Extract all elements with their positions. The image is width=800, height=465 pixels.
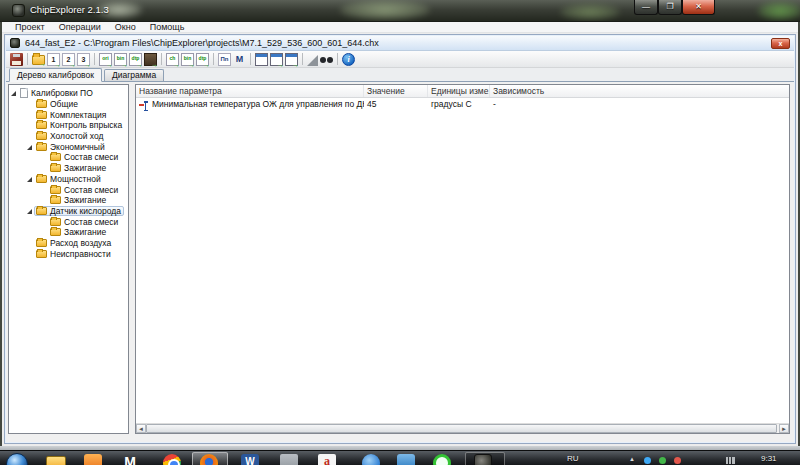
tree-row-core: Контроль впрыска [34, 120, 125, 131]
caption-buttons: — ❐ ✕ [634, 0, 715, 15]
tree-item-idle[interactable]: Холостой ход [9, 131, 128, 142]
search-button[interactable] [320, 53, 333, 66]
tree-item-oxygen-sensor[interactable]: Датчик кислорода [9, 206, 128, 217]
tree-item-air-flow[interactable]: Расход воздуха [9, 238, 128, 249]
tree-item-label: Контроль впрыска [50, 120, 122, 130]
menu-window[interactable]: Окно [108, 22, 143, 33]
window-export-button[interactable]: → [285, 53, 298, 66]
expander-spacer [27, 122, 33, 128]
import-dtp-button[interactable]: dtp→ [129, 53, 142, 66]
tree-item-economy-ignition[interactable]: Зажигание [9, 163, 128, 174]
taskbar-acrobat-icon[interactable]: a [318, 454, 336, 465]
compare-button[interactable]: Пn [218, 53, 231, 66]
scrollbar-thumb[interactable] [146, 424, 777, 433]
import-bin-button[interactable]: bin→ [114, 53, 127, 66]
folder-icon [36, 111, 47, 119]
document-close-button[interactable]: x [771, 38, 790, 49]
tree-item-oxygen-ignition[interactable]: Зажигание [9, 227, 128, 238]
taskbar-word-icon[interactable]: W [241, 454, 259, 465]
load-slot-2-button[interactable]: 2→ [62, 53, 75, 66]
taskbar-app-orange-icon[interactable] [84, 454, 102, 465]
tree-item-label: Датчик кислорода [50, 206, 121, 216]
tree-item-economy[interactable]: Экономичный [9, 141, 128, 152]
tray-network-icon[interactable] [726, 457, 735, 464]
diagram-button[interactable] [307, 55, 318, 66]
menu-project[interactable]: Проект [8, 22, 52, 33]
save-button[interactable] [10, 53, 23, 66]
expander-spacer [27, 101, 33, 107]
table-row[interactable]: Минимальная температура ОЖ для управлени… [136, 98, 789, 111]
document-title-bar[interactable]: 644_fast_E2 - C:\Program Files\ChipExplo… [6, 36, 794, 51]
export-dtp-button[interactable]: dtp→ [196, 53, 209, 66]
scroll-left-button[interactable]: ◄ [136, 424, 146, 433]
maximize-button[interactable]: ❐ [658, 0, 682, 15]
tree-item-label: Состав смеси [64, 152, 118, 162]
close-button[interactable]: ✕ [682, 0, 715, 15]
calibration-tree-panel: Калибровки ПООбщиеКомплектацияКонтроль в… [8, 84, 129, 434]
tree-item-oxygen-mixture[interactable]: Состав смеси [9, 216, 128, 227]
expander-icon[interactable] [27, 144, 33, 150]
taskbar-chipexplorer-icon[interactable] [474, 454, 492, 465]
tree-item-economy-mixture[interactable]: Состав смеси [9, 152, 128, 163]
tray-clock[interactable]: 9:31 [761, 454, 777, 463]
menu-operations[interactable]: Операции [52, 22, 108, 33]
horizontal-scrollbar[interactable]: ◄ ► [136, 423, 789, 433]
expander-icon[interactable] [27, 176, 33, 182]
column-header-2[interactable]: Единицы изме... [428, 85, 490, 97]
tree-item-general[interactable]: Общие [9, 99, 128, 110]
expander-spacer [41, 219, 47, 225]
taskbar-chrome-icon[interactable] [163, 454, 181, 465]
column-header-3[interactable]: Зависимость [490, 85, 790, 97]
tray-blue-icon[interactable] [644, 457, 651, 464]
taskbar-app-blue-icon[interactable] [362, 454, 380, 465]
taskbar-mail-icon[interactable]: M [121, 454, 139, 465]
expander-spacer [27, 133, 33, 139]
tray-red-icon[interactable] [674, 457, 681, 464]
export-bin-button[interactable]: bin→ [181, 53, 194, 66]
taskbar-start-button[interactable] [6, 453, 28, 465]
expander-spacer [41, 154, 47, 160]
column-header-0[interactable]: Название параметра [136, 85, 364, 97]
load-slot-1-button[interactable]: 1→ [47, 53, 60, 66]
export-ch-button[interactable]: ch→ [166, 53, 179, 66]
tray-expand-icon[interactable]: ▲ [629, 456, 635, 462]
tree-item-injection-control[interactable]: Контроль впрыска [9, 120, 128, 131]
toolbar-separator [161, 53, 162, 65]
tree-item-power-ignition[interactable]: Зажигание [9, 195, 128, 206]
glass-highlight [758, 2, 800, 20]
tree-item-power[interactable]: Мощностной [9, 174, 128, 185]
tray-green-icon[interactable] [659, 457, 666, 464]
tree-item-calibrations-root[interactable]: Калибровки ПО [9, 88, 128, 99]
tree-item-configuration[interactable]: Комплектация [9, 109, 128, 120]
taskbar-eset-icon[interactable] [433, 454, 451, 465]
green-arrow-icon: → [39, 60, 46, 67]
new-window-button[interactable] [255, 53, 268, 66]
tree-item-power-mixture[interactable]: Состав смеси [9, 184, 128, 195]
read-chip-button[interactable]: → [144, 53, 157, 66]
column-header-1[interactable]: Значение [364, 85, 428, 97]
taskbar-app-gray-icon[interactable] [280, 454, 298, 465]
load-slot-3-button[interactable]: 3→ [77, 53, 90, 66]
tab-diagram[interactable]: Диаграмма [104, 69, 164, 81]
window-import-button[interactable]: → [270, 53, 283, 66]
taskbar-app-blue2-icon[interactable] [397, 454, 415, 465]
tab-calibration-tree[interactable]: Дерево калибровок [9, 68, 102, 82]
tray-language-indicator[interactable]: RU [567, 454, 579, 463]
folder-icon [50, 186, 61, 194]
green-arrow-icon: → [84, 61, 91, 68]
menu-help[interactable]: Помощь [143, 22, 192, 33]
merge-button[interactable]: M [233, 53, 246, 66]
scroll-right-button[interactable]: ► [779, 424, 789, 433]
about-button[interactable]: i [342, 53, 355, 66]
expander-icon[interactable] [27, 208, 33, 214]
document-icon [10, 38, 20, 48]
taskbar-explorer-icon[interactable] [46, 456, 66, 465]
document-title: 644_fast_E2 - C:\Program Files\ChipExplo… [25, 38, 379, 48]
import-ori-button[interactable]: ori→ [99, 53, 112, 66]
tree-item-faults[interactable]: Неисправности [9, 248, 128, 259]
folder-icon [36, 239, 47, 247]
open-project-button[interactable]: → [32, 55, 45, 65]
minimize-button[interactable]: — [634, 0, 658, 15]
expander-icon[interactable] [11, 90, 17, 96]
taskbar-firefox-icon[interactable] [200, 454, 218, 465]
